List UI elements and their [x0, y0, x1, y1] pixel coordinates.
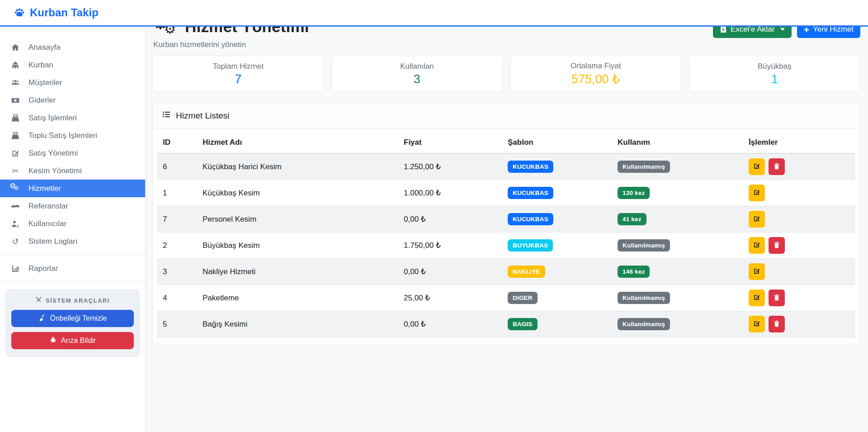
wrench-icon [35, 296, 42, 304]
cell-price: 25,00 ₺ [398, 285, 502, 311]
cell-price: 0,00 ₺ [398, 206, 502, 233]
service-list-header: Hizmet Listesi [153, 103, 860, 128]
sidebar-item-toplu-sat-i-lemleri[interactable]: Toplu Satış İşlemleri [0, 127, 145, 144]
table-row: 2 Büyükbaş Kesim 1.750,00 ₺ BUYUKBAS Kul… [157, 233, 855, 259]
table-row: 5 Bağış Kesimi 0,00 ₺ BAGIS Kullanılmamı… [157, 311, 855, 337]
cash-register-icon [10, 113, 21, 123]
cell-service-name: Küçükbaş Harici Kesim [197, 153, 398, 180]
history-icon: ↺ [10, 236, 21, 247]
service-table: IDHizmet AdıFiyatŞablonKullanımİşlemler … [157, 132, 855, 337]
cell-id: 6 [157, 153, 197, 180]
delete-button[interactable] [769, 290, 785, 306]
broom-icon [38, 314, 46, 323]
usage-badge: Kullanılmamış [618, 161, 670, 173]
cell-price: 0,00 ₺ [398, 259, 502, 285]
stat-value: 3 [414, 72, 420, 86]
paw-icon [14, 7, 25, 19]
clear-cache-button[interactable]: Önbelleği Temizle [11, 310, 134, 327]
trash-icon [773, 162, 780, 171]
delete-button[interactable] [769, 158, 785, 175]
cell-service-name: Bağış Kesimi [197, 311, 398, 337]
sidebar-item-giderler[interactable]: Giderler [0, 91, 145, 109]
stat-value: 575,00 ₺ [571, 72, 620, 86]
edit-button[interactable] [749, 185, 765, 201]
template-badge: KUCUKBAS [508, 161, 553, 173]
edit-button[interactable] [749, 290, 765, 306]
table-row: 4 Paketleme 25,00 ₺ DIGER Kullanılmamış [157, 285, 855, 311]
sidebar-item-kesim-y-netimi[interactable]: ✂ Kesim Yönetimi [0, 162, 145, 180]
template-badge: DIGER [508, 292, 538, 304]
table-row: 6 Küçükbaş Harici Kesim 1.250,00 ₺ KUCUK… [157, 153, 855, 180]
stat-label: Toplam Hizmet [213, 62, 264, 71]
edit-button[interactable] [749, 211, 765, 228]
edit-button[interactable] [749, 237, 765, 254]
trash-icon [773, 320, 780, 329]
edit-button[interactable] [749, 263, 765, 280]
cell-service-name: Personel Kesim [197, 206, 398, 233]
sidebar-item-label: Giderler [28, 96, 56, 105]
template-badge: KUCUKBAS [508, 213, 553, 225]
page-subtitle: Kurban hizmetlerini yönetin [153, 40, 309, 49]
cell-price: 1.250,00 ₺ [398, 153, 502, 180]
sidebar-item-label: Kullanıcılar [28, 219, 66, 228]
table-header-row: IDHizmet AdıFiyatŞablonKullanımİşlemler [157, 132, 855, 153]
sidebar-item-anasayfa[interactable]: Anasayfa [0, 38, 145, 56]
delete-button[interactable] [769, 237, 785, 254]
edit-pen-icon [753, 319, 761, 329]
stat-card: Büyükbaş 1 [689, 56, 861, 92]
edit-button[interactable] [749, 158, 765, 175]
main-content: ⚙⚙ Hizmet Yönetimi Kurban hizmetlerini y… [146, 0, 868, 405]
sidebar-item-kullan-c-lar[interactable]: ⚙ Kullanıcılar [0, 215, 145, 233]
stat-card: Kullanılan 3 [331, 56, 503, 92]
edit-pen-icon [753, 241, 761, 250]
sidebar-item-label: Kesim Yönetimi [28, 166, 82, 176]
home-icon [10, 42, 21, 53]
pen-square-icon [10, 148, 21, 159]
usage-badge: Kullanılmamış [618, 239, 670, 252]
sidebar: Anasayfa Kurban Müşteriler Giderler Satı… [0, 27, 146, 432]
edit-button[interactable] [749, 316, 765, 332]
delete-button[interactable] [769, 316, 785, 332]
usage-badge: 130 kez [618, 187, 650, 199]
bug-icon [49, 336, 57, 346]
sidebar-item-m-teriler[interactable]: Müşteriler [0, 74, 145, 91]
handshake-icon [10, 201, 21, 212]
gears-icon: ⚙⚙ [10, 183, 21, 194]
column-header: Şablon [502, 132, 612, 153]
caret-down-icon [780, 28, 785, 31]
stat-value: 1 [771, 72, 778, 86]
report-issue-button[interactable]: Arıza Bildir [11, 332, 134, 349]
table-row: 1 Küçükbaş Kesim 1.000,00 ₺ KUCUKBAS 130… [157, 180, 855, 206]
stat-card: Toplam Hizmet 7 [152, 56, 324, 92]
sidebar-item-kurban[interactable]: Kurban [0, 56, 145, 74]
app-brand[interactable]: Kurban Takip [14, 6, 99, 19]
stat-label: Büyükbaş [758, 62, 792, 71]
sidebar-item-hizmetler[interactable]: ⚙⚙ Hizmetler [0, 180, 145, 197]
sidebar-item-label: Raporlar [28, 264, 58, 273]
sidebar-item-referanslar[interactable]: Referanslar [0, 197, 145, 215]
usage-badge: 146 kez [618, 266, 650, 278]
column-header: Kullanım [612, 132, 743, 153]
cell-price: 1.750,00 ₺ [398, 233, 502, 259]
edit-pen-icon [753, 162, 761, 171]
sidebar-item-label: Sistem Logları [28, 237, 78, 246]
usage-badge: Kullanılmamış [618, 318, 670, 330]
sidebar-item-sat-i-lemleri[interactable]: Satış İşlemleri [0, 109, 145, 127]
table-row: 7 Personel Kesim 0,00 ₺ KUCUKBAS 41 kez [157, 206, 855, 233]
template-badge: BAGIS [508, 318, 538, 330]
sidebar-item-sat-y-netimi[interactable]: Satış Yönetimi [0, 144, 145, 162]
sidebar-item-raporlar[interactable]: Raporlar [0, 260, 145, 277]
template-badge: KUCUKBAS [508, 187, 553, 199]
stat-label: Kullanılan [400, 62, 434, 71]
stats-row: Toplam Hizmet 7 Kullanılan 3 Ortalama Fi… [152, 56, 860, 92]
sidebar-item-label: Toplu Satış İşlemleri [28, 131, 97, 140]
column-header: İşlemler [743, 132, 855, 153]
user-gear-icon: ⚙ [10, 218, 21, 229]
sidebar-divider [0, 282, 145, 282]
column-header: ID [157, 132, 197, 153]
cell-service-name: Küçükbaş Kesim [197, 180, 398, 206]
edit-pen-icon [753, 188, 761, 198]
sidebar-item-sistem-loglar-[interactable]: ↺ Sistem Logları [0, 233, 145, 250]
cell-id: 1 [157, 180, 197, 206]
sidebar-divider [0, 255, 145, 255]
